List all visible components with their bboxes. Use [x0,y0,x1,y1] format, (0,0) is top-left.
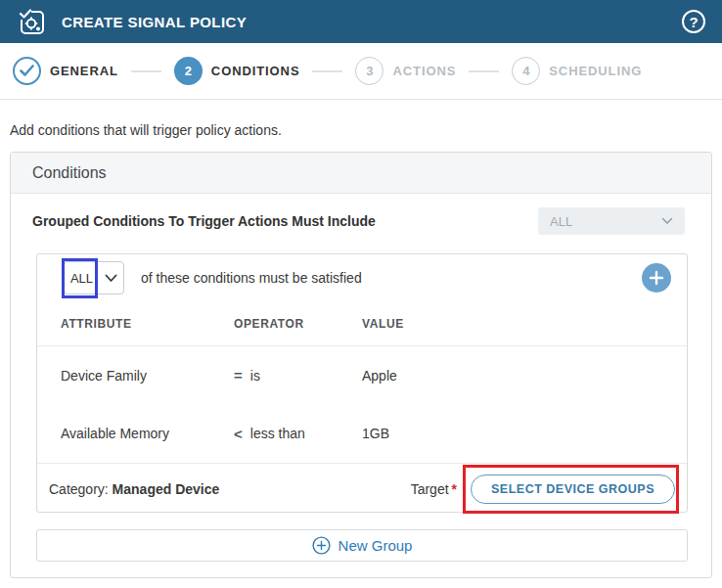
step-scheduling-number: 4 [512,57,540,85]
required-asterisk: * [452,481,457,497]
conditions-table-header: ATTRIBUTE OPERATOR VALUE [37,301,687,346]
match-type-select[interactable]: ALL [64,261,124,294]
grouped-conditions-label: Grouped Conditions To Trigger Actions Mu… [32,213,376,229]
grouped-conditions-row: Grouped Conditions To Trigger Actions Mu… [32,207,685,235]
condition-operator: = is [234,367,362,384]
chevron-down-icon [661,217,673,225]
condition-attribute: Available Memory [61,426,234,441]
stepper-connector [469,70,499,72]
category-label: Category: [49,481,109,497]
step-general[interactable]: GENERAL [13,57,118,85]
satisfy-text: of these conditions must be satisfied [141,270,362,286]
category-value: Managed Device [113,481,220,497]
stepper-connector [131,70,161,72]
check-icon [13,57,41,85]
condition-value: 1GB [362,426,671,441]
step-conditions[interactable]: 2 CONDITIONS [174,57,300,85]
policy-gear-icon [19,9,45,35]
add-condition-button[interactable] [642,263,671,293]
conditions-panel-title: Conditions [32,164,107,182]
equals-icon: = [234,367,243,384]
condition-operator: < less than [234,426,362,442]
new-group-label: New Group [338,537,413,554]
step-scheduling: 4 SCHEDULING [512,57,642,85]
group-match-row: ALL of these conditions must be satisfie… [37,254,687,301]
page-title: CREATE SIGNAL POLICY [62,14,247,30]
stepper-connector [312,70,342,72]
condition-row-available-memory[interactable]: Available Memory < less than 1GB [37,404,687,463]
conditions-panel-header: Conditions [11,153,711,194]
intro-text: Add conditions that will trigger policy … [10,122,282,138]
chevron-down-icon [99,262,123,294]
create-signal-policy-window: CREATE SIGNAL POLICY ? GENERAL 2 CONDITI… [0,0,722,588]
condition-value: Apple [362,368,671,384]
match-type-select-value: ALL [65,271,99,286]
step-conditions-label: CONDITIONS [211,64,300,78]
condition-row-device-family[interactable]: Device Family = is Apple [37,346,687,404]
step-scheduling-label: SCHEDULING [549,64,642,78]
step-actions: 3 ACTIONS [355,57,456,85]
column-operator: OPERATOR [234,317,362,331]
column-attribute: ATTRIBUTE [61,317,234,331]
wizard-stepper: GENERAL 2 CONDITIONS 3 ACTIONS 4 SCHEDUL… [0,43,722,100]
title-bar: CREATE SIGNAL POLICY ? [0,0,722,43]
column-value: VALUE [362,317,671,331]
condition-operator-text: is [250,368,260,384]
new-group-button[interactable]: New Group [36,529,688,562]
category-text: Category: Managed Device [49,481,219,497]
help-icon[interactable]: ? [682,10,705,33]
grouped-conditions-select-value: ALL [550,214,572,229]
select-device-groups-button[interactable]: SELECT DEVICE GROUPS [471,475,675,504]
condition-group: ALL of these conditions must be satisfie… [36,253,688,513]
step-actions-label: ACTIONS [392,64,456,78]
plus-icon [649,270,664,286]
conditions-panel: Conditions Grouped Conditions To Trigger… [10,152,712,578]
step-general-label: GENERAL [50,64,118,78]
condition-group-footer: Category: Managed Device Target * SELECT… [37,463,687,514]
plus-circle-icon [312,536,331,555]
select-device-groups-wrapper: SELECT DEVICE GROUPS [471,475,675,504]
target-label: Target [411,481,449,497]
less-than-icon: < [234,426,243,442]
condition-operator-text: less than [250,426,305,441]
condition-attribute: Device Family [61,368,234,384]
step-actions-number: 3 [355,57,384,85]
grouped-conditions-select: ALL [538,207,685,235]
step-conditions-number: 2 [174,57,203,85]
